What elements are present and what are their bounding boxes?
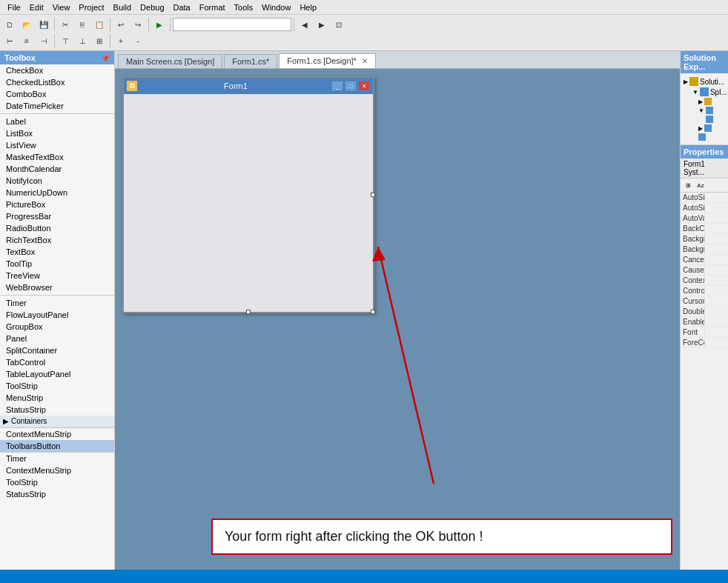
form-close-btn[interactable]: ✕ <box>358 81 370 91</box>
menu-debug[interactable]: Debug <box>136 1 168 13</box>
form-maximize-btn[interactable]: □ <box>345 81 357 91</box>
toolbox-item-checkedlistbox[interactable]: CheckedListBox <box>0 76 114 88</box>
resize-handle-rm[interactable] <box>371 193 375 197</box>
toolbox-item-timer2[interactable]: Timer <box>0 453 114 464</box>
toolbox-item-treeview[interactable]: TreeView <box>0 270 114 281</box>
toolbox-item-timer[interactable]: Timer <box>0 297 114 309</box>
props-row-forecol[interactable]: ForeCol... <box>681 338 728 348</box>
tb-layout2[interactable]: ⊥ <box>74 33 90 48</box>
toolbox-item-picturebox[interactable]: PictureBox <box>0 199 114 210</box>
toolbox-item-datetimepicker[interactable]: DateTimePicker <box>0 100 114 112</box>
toolbox-item-panel[interactable]: Panel <box>0 333 114 344</box>
toolbox-section-containers-title[interactable]: ▶ Containers <box>0 416 114 427</box>
props-row-backgr2[interactable]: Backgr... <box>681 244 728 255</box>
sol-tree-file-4[interactable]: ▶ <box>698 124 725 133</box>
tb-new[interactable]: 🗋 <box>1 17 18 32</box>
toolbox-pin-icon[interactable]: 📌 <box>101 54 110 62</box>
props-row-enabled[interactable]: Enabled <box>681 317 728 327</box>
toolbox-item-tablelayoutpanel[interactable]: TableLayoutPanel <box>0 368 114 380</box>
props-row-autosize2[interactable]: AutoSiz... <box>681 203 728 213</box>
menu-format[interactable]: Format <box>195 1 230 13</box>
menu-view[interactable]: View <box>48 1 75 13</box>
toolbox-item-tabcontrol[interactable]: TabControl <box>0 356 114 368</box>
tb-nav-back[interactable]: ◀ <box>297 17 313 32</box>
props-row-autosize1[interactable]: AutoSiz... <box>681 193 728 203</box>
menu-data[interactable]: Data <box>169 1 195 13</box>
toolbox-item-webbrowser[interactable]: WebBrowser <box>0 281 114 293</box>
menu-window[interactable]: Window <box>257 1 295 13</box>
props-row-backgr1[interactable]: Backgr... <box>681 234 728 244</box>
toolbox-item-richtextbox[interactable]: RichTextBox <box>0 234 114 246</box>
toolbox-item-radiobutton[interactable]: RadioButton <box>0 222 114 234</box>
design-canvas[interactable]: 🖼 Form1 _ □ ✕ <box>115 69 680 570</box>
sol-tree-file-1[interactable]: ▶ <box>698 97 725 106</box>
toolbox-item-monthcalendar[interactable]: MonthCalendar <box>0 163 114 175</box>
tb-layout3[interactable]: ⊞ <box>91 33 107 48</box>
tb-window[interactable]: ⊡ <box>331 17 347 32</box>
menu-project[interactable]: Project <box>74 1 108 13</box>
toolbox-item-combobox[interactable]: ComboBox <box>0 88 114 100</box>
toolbox-item-listbox[interactable]: ListBox <box>0 127 114 139</box>
toolbox-item-statusstrip[interactable]: StatusStrip <box>0 404 114 416</box>
toolbox-item-splitcontainer[interactable]: SplitContainer <box>0 344 114 356</box>
toolbox-item-listview[interactable]: ListView <box>0 139 114 151</box>
tb-cut[interactable]: ✂ <box>57 17 73 32</box>
props-row-backco[interactable]: BackCo... <box>681 224 728 234</box>
toolbox-item-maskedtextbox[interactable]: MaskedTextBox <box>0 151 114 163</box>
tab-close-icon[interactable]: ✕ <box>362 57 368 65</box>
props-tb-alpha[interactable]: Az <box>695 180 707 190</box>
tb-nav-fwd[interactable]: ▶ <box>314 17 330 32</box>
menu-help[interactable]: Help <box>295 1 321 13</box>
toolbox-item-flowlayoutpanel[interactable]: FlowLayoutPanel <box>0 309 114 321</box>
tb-open[interactable]: 📂 <box>19 17 35 32</box>
sol-tree-project[interactable]: ▼ Spl... <box>689 87 725 97</box>
tb-save[interactable]: 💾 <box>36 17 52 32</box>
menu-tools[interactable]: Tools <box>230 1 258 13</box>
sol-tree-file-5[interactable] <box>698 133 725 141</box>
toolbar-search-input[interactable] <box>173 18 291 31</box>
sol-tree-file-2[interactable]: ▼ <box>698 106 725 115</box>
tb-run[interactable]: ▶ <box>151 17 168 32</box>
props-tb-category[interactable]: ⊞ <box>682 180 694 190</box>
props-row-cursor[interactable]: Cursor <box>681 296 728 307</box>
props-row-controlb[interactable]: ControlB... <box>681 286 728 296</box>
tb-align-right[interactable]: ⊣ <box>36 33 52 48</box>
props-row-doubleb[interactable]: DoubleB... <box>681 307 728 317</box>
menu-build[interactable]: Build <box>109 1 136 13</box>
resize-handle-br[interactable] <box>371 310 375 314</box>
form-minimize-btn[interactable]: _ <box>331 81 343 91</box>
toolbox-item-checkbox[interactable]: CheckBox <box>0 64 114 76</box>
toolbox-item-menustrip[interactable]: MenuStrip <box>0 392 114 404</box>
props-row-font[interactable]: Font <box>681 327 728 338</box>
tb-align-center[interactable]: ≡ <box>19 33 35 48</box>
tb-align-left[interactable]: ⊢ <box>1 33 18 48</box>
props-row-causesv[interactable]: CausesV... <box>681 265 728 276</box>
props-row-autoval[interactable]: AutoVal... <box>681 213 728 224</box>
tb-paste[interactable]: 📋 <box>91 17 107 32</box>
props-row-cancelb[interactable]: CancelB... <box>681 255 728 265</box>
tb-redo[interactable]: ↪ <box>130 17 146 32</box>
toolbox-item-groupbox[interactable]: GroupBox <box>0 321 114 333</box>
menu-file[interactable]: File <box>3 1 25 13</box>
tb-layout1[interactable]: ⊤ <box>57 33 73 48</box>
tb-zoom-out[interactable]: - <box>130 33 146 48</box>
tab-mainscreen[interactable]: Main Screen.cs [Design] <box>118 54 222 68</box>
toolbox-item-numericupdown[interactable]: NumericUpDown <box>0 187 114 199</box>
toolbox-item-progressbar[interactable]: ProgressBar <box>0 210 114 222</box>
toolbox-item-toolstrip2[interactable]: ToolStrip <box>0 476 114 488</box>
tb-undo[interactable]: ↩ <box>113 17 129 32</box>
toolbox-item-toolstrip[interactable]: ToolStrip <box>0 380 114 392</box>
tb-zoom-in[interactable]: + <box>113 33 129 48</box>
toolbox-item-contextmenustrip[interactable]: ContextMenuStrip <box>0 428 114 440</box>
tb-copy[interactable]: ⎘ <box>74 17 90 32</box>
form-body[interactable] <box>124 94 373 312</box>
resize-handle-bm[interactable] <box>246 310 251 314</box>
toolbox-item-toolbars[interactable]: ToolbarsButton <box>0 440 114 452</box>
toolbox-item-label[interactable]: Label <box>0 116 114 127</box>
tab-form1design[interactable]: Form1.cs [Design]* ✕ <box>279 53 376 68</box>
tab-form1cs[interactable]: Form1.cs* <box>224 54 277 68</box>
toolbox-item-statusstrip2[interactable]: StatusStrip <box>0 488 114 500</box>
props-row-context[interactable]: Context... <box>681 276 728 286</box>
toolbox-item-tooltip[interactable]: ToolTip <box>0 258 114 270</box>
toolbox-item-extmenustrip[interactable]: ContextMenuStrip <box>0 464 114 476</box>
